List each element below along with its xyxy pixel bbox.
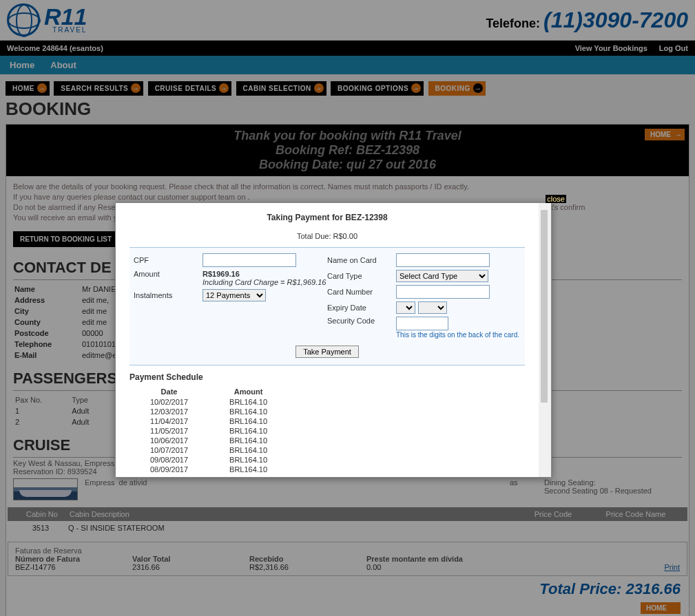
payment-schedule-title: Payment Schedule	[129, 372, 525, 382]
name-on-card-input[interactable]	[396, 253, 490, 267]
cpf-label: CPF	[134, 256, 203, 264]
schedule-row: 10/07/2017BRL164.10	[129, 445, 288, 455]
instalments-label: Instalments	[134, 291, 203, 299]
schedule-row: 08/09/2017BRL164.10	[129, 465, 288, 474]
schedule-row: 10/06/2017BRL164.10	[129, 436, 288, 445]
schedule-row: 11/05/2017BRL164.10	[129, 426, 288, 436]
security-code-hint: This is the digits on the back of the ca…	[396, 331, 519, 339]
card-number-label: Card Number	[327, 288, 396, 296]
modal-close-link[interactable]: close	[546, 195, 566, 203]
card-number-input[interactable]	[396, 285, 490, 299]
schedule-row: 11/04/2017BRL164.10	[129, 416, 288, 426]
security-code-label: Security Code	[327, 317, 396, 325]
schedule-row: 09/08/2017BRL164.10	[129, 455, 288, 465]
modal-total-due: Total Due: R$0.00	[129, 232, 525, 240]
schedule-row: 10/02/2017BRL164.10	[129, 397, 288, 407]
expiry-label: Expiry Date	[327, 304, 396, 312]
modal-title: Taking Payment for BEZ-12398	[129, 213, 525, 222]
card-type-select[interactable]: Select Card Type	[396, 270, 488, 282]
name-on-card-label: Name on Card	[327, 256, 396, 264]
cpf-input[interactable]	[203, 253, 296, 267]
security-code-input[interactable]	[396, 317, 448, 330]
amount-value: R$1969.16	[203, 270, 240, 278]
expiry-month-select[interactable]	[396, 301, 415, 314]
amount-label: Amount	[134, 270, 203, 278]
payment-modal: close Taking Payment for BEZ-12398 Total…	[115, 202, 552, 478]
expiry-year-select[interactable]	[418, 301, 447, 314]
card-type-label: Card Type	[327, 272, 396, 280]
instalments-select[interactable]: 12 Payments	[203, 289, 266, 301]
modal-scrollbar[interactable]	[539, 203, 551, 477]
schedule-row: 12/03/2017BRL164.10	[129, 407, 288, 416]
amount-note: Including Card Charge = R$1,969.16	[203, 278, 326, 286]
payment-schedule-table: Date Amount 10/02/2017BRL164.1012/03/201…	[129, 386, 288, 474]
take-payment-button[interactable]: Take Payment	[295, 346, 359, 358]
